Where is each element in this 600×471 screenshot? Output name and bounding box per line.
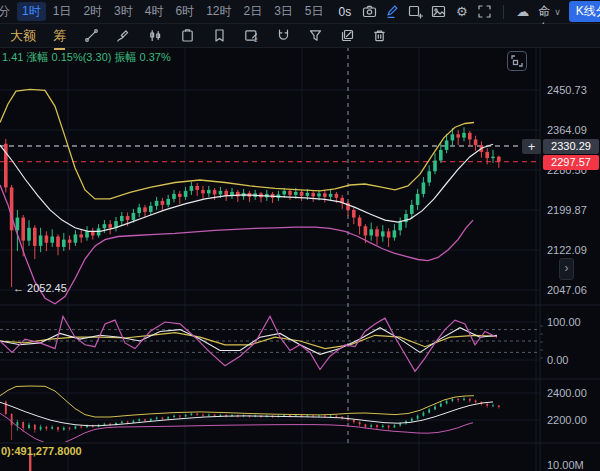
- trendline-icon[interactable]: [83, 28, 100, 44]
- top-toolbar-icons: ⚙: [358, 4, 496, 20]
- ohlc-info-bar: 1.41 涨幅 0.15%(3.30) 振幅 0.37%: [2, 50, 171, 65]
- camera-icon[interactable]: [361, 4, 378, 20]
- timeframe-2日[interactable]: 2日: [238, 2, 267, 21]
- tab-大额[interactable]: 大额: [10, 27, 36, 45]
- kline-analysis-button[interactable]: K线分析: [569, 1, 600, 22]
- drawing-toolbar: 大额筹 2: [0, 24, 600, 48]
- chevron-down-icon: ∨: [554, 7, 561, 17]
- add-alert-plus-button[interactable]: +: [522, 139, 541, 154]
- timeframe-1时[interactable]: 1时: [17, 2, 46, 21]
- brush-icon[interactable]: [115, 28, 132, 44]
- annotate-icon[interactable]: 2: [243, 28, 260, 44]
- trash-icon[interactable]: [371, 28, 388, 44]
- low-price-annotation: ← 2052.45: [13, 282, 67, 294]
- axis-label: 100.00: [547, 316, 581, 328]
- timeframe-6时[interactable]: 6时: [170, 2, 199, 21]
- timeframe-3时[interactable]: 3时: [109, 2, 138, 21]
- timeframe-3日[interactable]: 3日: [269, 2, 298, 21]
- timeframe-5日[interactable]: 5日: [300, 2, 329, 21]
- timeframe-4时[interactable]: 4时: [140, 2, 169, 21]
- fullscreen-icon[interactable]: [476, 4, 493, 20]
- image-icon[interactable]: [430, 4, 447, 20]
- filter-icon[interactable]: [307, 28, 324, 44]
- axis-label: 2450.73: [547, 84, 587, 96]
- top-toolbar: 分1时1日2时3时4时6时12时2日3日5日 0s ⚙ ☁ 未命名 ∨ K线分析: [0, 0, 600, 24]
- timeframe-1日[interactable]: 1日: [48, 2, 77, 21]
- scale-expand-arrow[interactable]: ›: [559, 258, 574, 280]
- axis-label: 2364.09: [547, 124, 587, 136]
- svg-text:2: 2: [254, 37, 258, 43]
- drawing-icons: 2: [83, 28, 388, 44]
- toolbar-divider: [503, 5, 504, 19]
- crosshair-price-badge[interactable]: 2330.29: [543, 139, 599, 154]
- layers-icon[interactable]: [339, 28, 356, 44]
- pattern-icon[interactable]: [147, 28, 164, 44]
- bookmark-icon[interactable]: [211, 28, 228, 44]
- magnet-icon[interactable]: [275, 28, 292, 44]
- axis-label: 2122.09: [547, 244, 587, 256]
- drawing-tabs: 大额筹: [10, 27, 66, 45]
- add-indicator-icon[interactable]: [407, 4, 424, 20]
- axis-label: 2200.00: [547, 414, 587, 426]
- timeframe-2时[interactable]: 2时: [78, 2, 107, 21]
- timeframe-list: 分1时1日2时3时4时6时12时2日3日5日: [3, 2, 331, 21]
- settings-icon[interactable]: ⚙: [453, 4, 470, 20]
- interval-label[interactable]: 0s: [339, 5, 352, 19]
- axis-label: 2400.00: [547, 387, 587, 399]
- axis-label: 10.00M: [547, 459, 584, 471]
- tab-筹[interactable]: 筹: [53, 27, 66, 45]
- axis-label: 2047.06: [547, 284, 587, 296]
- restore-view-icon[interactable]: [507, 51, 527, 71]
- axis-label: 2199.87: [547, 204, 587, 216]
- clipboard-icon[interactable]: [179, 28, 196, 44]
- last-price-badge[interactable]: 2297.57: [543, 155, 599, 170]
- volume-readout: 0):491,277.8000: [1, 445, 82, 457]
- cloud-icon: ☁: [514, 4, 531, 20]
- draw-icon[interactable]: [384, 4, 401, 20]
- timeframe-12时[interactable]: 12时: [201, 2, 236, 21]
- axis-label: 0.00: [547, 354, 568, 366]
- timeframe-分[interactable]: 分: [0, 2, 15, 21]
